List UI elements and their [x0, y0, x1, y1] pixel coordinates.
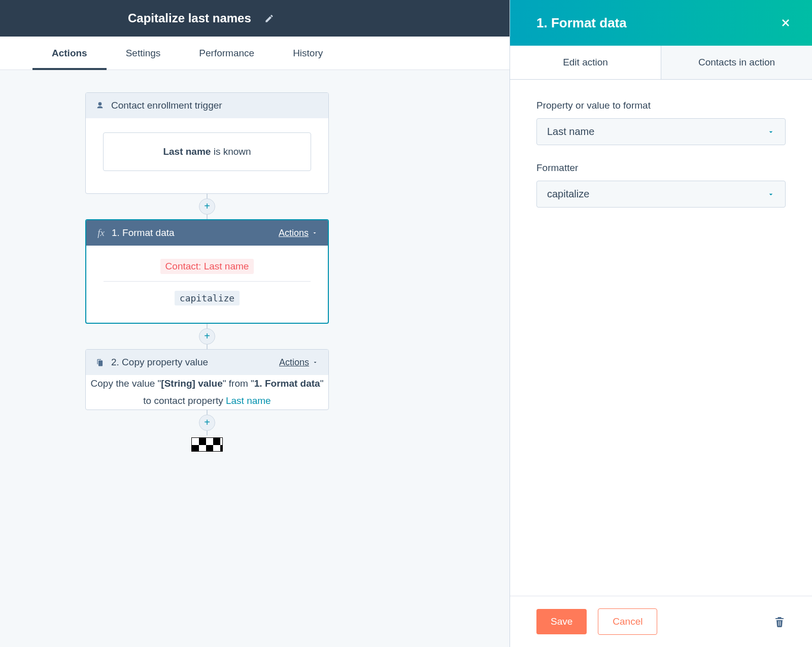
property-field-label: Property or value to format: [536, 100, 786, 111]
clipboard-icon: [96, 359, 105, 366]
trigger-prop: Last name: [163, 146, 211, 157]
tab-settings[interactable]: Settings: [107, 37, 180, 70]
tab-performance[interactable]: Performance: [180, 37, 274, 70]
format-card[interactable]: fx 1. Format data Actions Contact: Last …: [85, 219, 329, 324]
side-panel: 1. Format data Edit action Contacts in a…: [510, 0, 812, 647]
add-action-button[interactable]: +: [199, 198, 215, 215]
actions-label: Actions: [279, 228, 309, 239]
connector: +: [207, 194, 208, 219]
formatter-field-label: Formatter: [536, 162, 786, 174]
property-token: Contact: Last name: [160, 259, 254, 274]
trigger-card-title: Contact enrollment trigger: [111, 100, 318, 111]
connector: +: [207, 410, 208, 435]
tab-actions[interactable]: Actions: [32, 37, 107, 70]
format-card-title: 1. Format data: [112, 227, 273, 239]
panel-title: 1. Format data: [536, 15, 627, 31]
workflow-canvas[interactable]: Contact enrollment trigger Last name is …: [0, 70, 510, 647]
divider: [104, 281, 311, 282]
formatter-chip: capitalize: [175, 291, 240, 305]
caret-down-icon: [767, 128, 775, 136]
panel-body: Property or value to format Last name Fo…: [510, 80, 812, 596]
copy-mid1: " from ": [223, 378, 254, 389]
panel-tab-contacts[interactable]: Contacts in action: [661, 46, 812, 79]
trash-icon: [773, 615, 786, 628]
copy-pre: Copy the value ": [91, 378, 161, 389]
trigger-rest: is known: [211, 146, 251, 157]
copy-card[interactable]: 2. Copy property value Actions Copy the …: [85, 349, 329, 410]
caret-down-icon: [312, 230, 318, 236]
copy-card-header: 2. Copy property value Actions: [86, 350, 328, 375]
panel-tabs: Edit action Contacts in action: [510, 46, 812, 80]
trigger-card-header: Contact enrollment trigger: [86, 93, 328, 118]
workflow-title: Capitalize last names: [128, 11, 251, 25]
format-card-body: Contact: Last name capitalize: [86, 246, 328, 323]
connector: +: [207, 324, 208, 349]
panel-header: 1. Format data: [510, 0, 812, 46]
contact-icon: [96, 101, 105, 110]
formatter-select-value: capitalize: [547, 188, 589, 200]
format-card-header: fx 1. Format data Actions: [86, 220, 328, 246]
tab-history[interactable]: History: [274, 37, 342, 70]
copy-target-link[interactable]: Last name: [226, 395, 271, 406]
topbar: Capitalize last names: [0, 0, 510, 37]
save-button[interactable]: Save: [536, 609, 587, 634]
panel-footer: Save Cancel: [510, 596, 812, 647]
cancel-button[interactable]: Cancel: [598, 608, 657, 635]
add-action-button[interactable]: +: [199, 328, 215, 345]
close-panel-button[interactable]: [780, 17, 792, 29]
trigger-card-body: Last name is known: [86, 118, 328, 193]
trigger-card[interactable]: Contact enrollment trigger Last name is …: [85, 92, 329, 194]
format-card-actions-menu[interactable]: Actions: [279, 228, 318, 239]
caret-down-icon: [312, 359, 318, 365]
copy-string-value: [String] value: [161, 378, 222, 389]
finish-flag-icon: [191, 437, 223, 452]
close-icon: [780, 17, 792, 29]
actions-label: Actions: [279, 357, 309, 368]
copy-source: 1. Format data: [254, 378, 320, 389]
panel-tab-edit[interactable]: Edit action: [510, 46, 661, 79]
add-action-button[interactable]: +: [199, 415, 215, 431]
edit-title-icon[interactable]: [264, 14, 274, 23]
property-select[interactable]: Last name: [536, 118, 786, 145]
main-tabs: Actions Settings Performance History: [0, 37, 510, 70]
copy-card-body: Copy the value "[String] value" from "1.…: [86, 375, 328, 410]
trigger-condition[interactable]: Last name is known: [103, 132, 311, 171]
copy-card-title: 2. Copy property value: [111, 357, 273, 368]
property-select-value: Last name: [547, 126, 594, 138]
formatter-select[interactable]: capitalize: [536, 181, 786, 208]
caret-down-icon: [767, 190, 775, 198]
function-icon: fx: [96, 227, 106, 239]
delete-action-button[interactable]: [773, 615, 786, 628]
copy-card-actions-menu[interactable]: Actions: [279, 357, 318, 368]
